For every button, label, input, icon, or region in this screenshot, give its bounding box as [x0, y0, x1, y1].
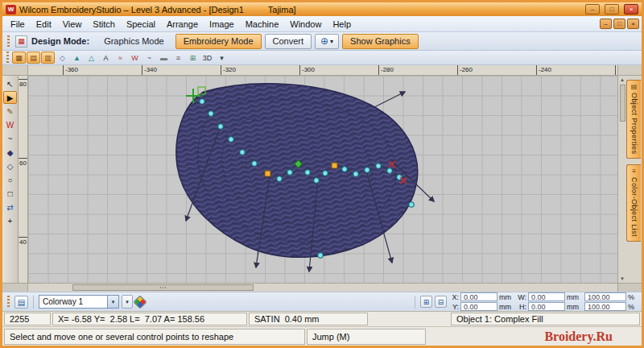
close-button[interactable]: × [624, 4, 638, 14]
h-ruler-tick: -300 [299, 65, 315, 75]
control-point[interactable] [409, 202, 414, 207]
lettering-tool[interactable]: W [3, 118, 17, 131]
select-tool[interactable]: ↖ [3, 77, 17, 90]
hoop-globe-button[interactable]: ⊕ ▾ [315, 34, 339, 49]
show-connectors-icon[interactable]: ◇ [56, 52, 69, 64]
y-field[interactable]: 0.00 [460, 302, 497, 311]
control-point[interactable] [240, 150, 245, 155]
mdi-restore-button[interactable]: □ [613, 19, 625, 29]
unit-label: mm [499, 303, 514, 311]
outline-tool[interactable]: ◇ [3, 160, 17, 172]
chevron-down-icon[interactable]: ▾ [107, 296, 118, 308]
menu-help[interactable]: Help [327, 18, 357, 31]
complex-fill-tool[interactable]: ◆ [3, 146, 17, 159]
x-field[interactable]: 0.00 [460, 292, 497, 301]
scale-y-field[interactable]: 100.00 [584, 302, 626, 311]
control-point[interactable] [342, 167, 347, 172]
menu-image[interactable]: Image [204, 18, 240, 31]
show-graphics-button[interactable]: Show Graphics [342, 34, 419, 49]
menu-stitch[interactable]: Stitch [87, 18, 121, 31]
digitize-tool[interactable]: ✎ [3, 105, 17, 118]
control-point[interactable] [218, 124, 223, 129]
control-point[interactable] [318, 253, 323, 258]
control-point[interactable] [287, 170, 292, 175]
control-point[interactable] [252, 161, 257, 166]
control-point[interactable] [314, 178, 319, 183]
maximize-button[interactable]: □ [605, 4, 619, 14]
h-ruler-tick: -360 [63, 65, 78, 75]
scroll-down-icon[interactable]: ▾ [621, 275, 624, 283]
h-field[interactable]: 0.00 [528, 302, 565, 311]
tatami-fill-icon[interactable]: △ [85, 52, 98, 64]
tab-color-object-list[interactable]: ≡ Color-Object List [626, 164, 641, 242]
tab-object-properties[interactable]: ▤ Object Properties [626, 80, 641, 159]
lettering-icon[interactable]: A [99, 52, 113, 64]
menu-window[interactable]: Window [284, 18, 327, 31]
run-stitch-icon[interactable]: ~ [142, 52, 156, 64]
control-point[interactable] [305, 170, 310, 175]
rectangle-tool[interactable]: □ [3, 187, 17, 200]
menu-view[interactable]: View [57, 18, 88, 31]
convert-button[interactable]: Convert [265, 34, 312, 49]
design-mode-icon: ▦ [15, 35, 27, 48]
grid-options-icon[interactable]: ⊞ [186, 52, 200, 64]
colorway-value: Colorway 1 [43, 297, 83, 306]
show-outlines-icon[interactable]: ▦ [12, 52, 26, 64]
separator [33, 296, 34, 309]
h-ruler-tick: -220 [615, 65, 617, 75]
horizontal-scroll-track[interactable] [28, 284, 617, 292]
mdi-close-button[interactable]: × [627, 19, 639, 29]
vertical-scrollbar[interactable]: ▴ ▾ [617, 76, 626, 283]
satin-fill-icon[interactable]: ▲ [70, 52, 84, 64]
control-point[interactable] [387, 168, 392, 173]
ruler-bar: -360-340-320-300-280-260-240-220 [2, 65, 642, 76]
horizontal-scroll-thumb[interactable] [72, 284, 254, 291]
embroidery-mode-button[interactable]: Embroidery Mode [175, 34, 262, 49]
show-stitches-icon[interactable]: ▤ [27, 52, 40, 64]
control-point[interactable] [376, 164, 381, 168]
broidery-ru-logo: Broidery.Ru [544, 329, 613, 344]
menu-special[interactable]: Special [121, 18, 161, 31]
scroll-up-icon[interactable]: ▴ [621, 76, 624, 84]
control-point[interactable] [200, 99, 204, 104]
colorway-select[interactable]: Colorway 1 ▾ [39, 295, 119, 309]
app-icon: W [6, 5, 16, 14]
thread-colors-icon[interactable]: ▤ [14, 296, 28, 309]
toolbar-options-icon[interactable]: ▾ [215, 52, 229, 64]
menu-edit[interactable]: Edit [31, 18, 57, 31]
border-stitch-icon[interactable]: ▬ [157, 52, 171, 64]
motif-run-icon[interactable]: W [128, 52, 142, 64]
w-field[interactable]: 0.00 [528, 292, 565, 301]
colorway-dropdown-button[interactable]: ▾ [122, 295, 133, 309]
x-label: X: [449, 293, 459, 301]
design-canvas[interactable] [28, 76, 617, 283]
minimize-button[interactable]: – [585, 4, 600, 14]
show-needle-points-icon[interactable]: ▥ [41, 52, 55, 64]
horizontal-scrollbar[interactable] [2, 283, 642, 292]
control-point[interactable] [365, 168, 369, 172]
mdi-minimize-button[interactable]: – [600, 19, 612, 29]
graphics-mode-button[interactable]: Graphics Mode [96, 34, 172, 49]
control-point[interactable] [229, 137, 233, 142]
stitch-toolbar-icons: ▦▤▥◇▲△A≈W~▬≡⊞3D▾ [12, 52, 229, 64]
scale-x-field[interactable]: 100.00 [584, 292, 626, 301]
menu-arrange[interactable]: Arrange [161, 18, 204, 31]
reshape-tool[interactable]: ▶ [3, 91, 17, 104]
embroidery-object[interactable] [176, 84, 418, 258]
vertical-scroll-thumb[interactable] [620, 85, 625, 122]
control-point[interactable] [353, 172, 358, 176]
menu-machine[interactable]: Machine [240, 18, 285, 31]
control-point[interactable] [277, 176, 282, 181]
tool-palette: ↖▶✎W~◆◇○□⇄+ [2, 76, 19, 283]
color-wheel-icon[interactable] [134, 295, 147, 309]
control-point[interactable] [208, 111, 213, 116]
mirror-tool[interactable]: ⇄ [3, 201, 17, 213]
menu-file[interactable]: File [5, 18, 31, 31]
stitch-list-icon[interactable]: ≡ [171, 52, 185, 64]
measure-tool[interactable]: + [3, 214, 17, 227]
view-3d-icon[interactable]: 3D [200, 52, 214, 64]
circle-tool[interactable]: ○ [3, 173, 17, 186]
control-point[interactable] [323, 171, 328, 176]
run-tool[interactable]: ~ [3, 132, 17, 145]
zigzag-stitch-icon[interactable]: ≈ [114, 52, 127, 64]
